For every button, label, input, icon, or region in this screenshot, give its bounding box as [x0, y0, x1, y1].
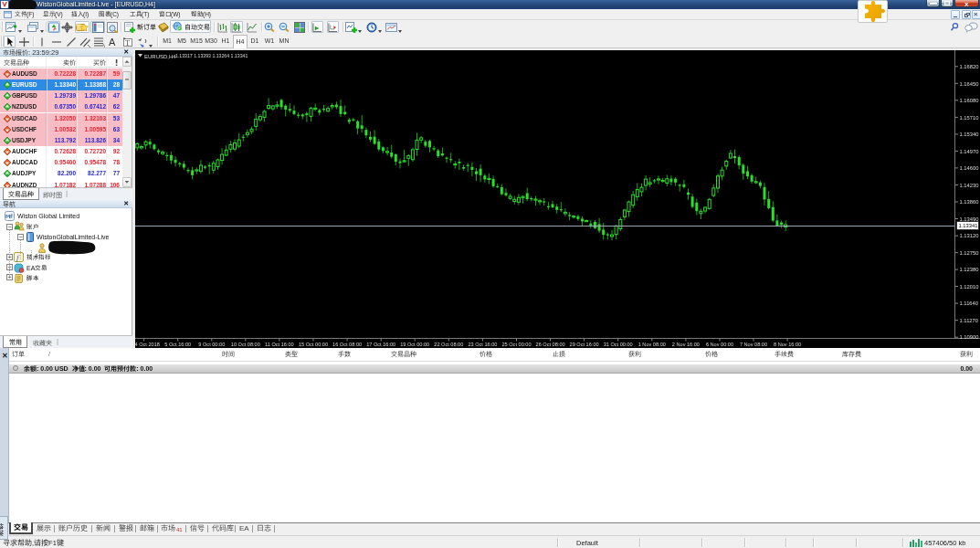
svg-text:1.14970: 1.14970 [960, 149, 979, 154]
svg-text:1.12380: 1.12380 [960, 267, 979, 272]
svg-text:29 Oct 16:00: 29 Oct 16:00 [570, 342, 599, 347]
svg-text:10 Oct 08:00: 10 Oct 08:00 [231, 342, 260, 347]
svg-text:31 Oct 00:00: 31 Oct 00:00 [604, 342, 633, 347]
svg-text:7 Nov 08:00: 7 Nov 08:00 [740, 342, 767, 347]
svg-text:1.14600: 1.14600 [960, 165, 979, 171]
svg-text:9 Oct 00:00: 9 Oct 00:00 [198, 342, 225, 347]
svg-text:1 Nov 08:00: 1 Nov 08:00 [638, 342, 666, 347]
svg-text:1.11640: 1.11640 [960, 300, 979, 306]
svg-text:1.12010: 1.12010 [960, 284, 979, 290]
svg-text:1.15340: 1.15340 [960, 132, 979, 137]
svg-text:16 Oct 08:00: 16 Oct 08:00 [332, 342, 362, 347]
svg-text:1.15710: 1.15710 [960, 115, 979, 121]
svg-text:5 Oct 16:00: 5 Oct 16:00 [164, 342, 191, 347]
svg-text:23 Oct 16:00: 23 Oct 16:00 [468, 342, 497, 347]
svg-text:1.13120: 1.13120 [960, 233, 979, 238]
svg-text:4 Oct 2018: 4 Oct 2018 [135, 342, 160, 347]
svg-text:1.13317 1.13393 1.13264 1.1334: 1.13317 1.13393 1.13264 1.13341 [175, 53, 248, 58]
svg-text:11 Oct 16:00: 11 Oct 16:00 [265, 342, 294, 347]
svg-text:22 Oct 08:00: 22 Oct 08:00 [434, 342, 463, 347]
svg-text:15 Oct 00:00: 15 Oct 00:00 [299, 342, 328, 347]
svg-text:EURUSD,H4: EURUSD,H4 [144, 54, 176, 59]
svg-text:2 Nov 16:00: 2 Nov 16:00 [672, 342, 700, 347]
svg-text:1.13490: 1.13490 [960, 216, 979, 222]
svg-text:6 Nov 00:00: 6 Nov 00:00 [706, 342, 733, 347]
svg-text:8 Nov 16:00: 8 Nov 16:00 [774, 342, 801, 347]
svg-text:1.11270: 1.11270 [960, 318, 979, 323]
svg-text:1.12750: 1.12750 [960, 250, 979, 256]
svg-text:1.13860: 1.13860 [960, 199, 979, 205]
svg-text:1.13341: 1.13341 [959, 223, 978, 228]
svg-text:25 Oct 00:00: 25 Oct 00:00 [501, 342, 531, 347]
svg-text:26 Oct 08:00: 26 Oct 08:00 [536, 342, 565, 347]
svg-text:T: T [125, 38, 130, 47]
svg-text:1.16080: 1.16080 [960, 98, 979, 103]
svg-text:17 Oct 16:00: 17 Oct 16:00 [366, 342, 395, 347]
svg-text:1.16450: 1.16450 [960, 81, 979, 87]
svg-text:19 Oct 00:00: 19 Oct 00:00 [400, 342, 429, 347]
svg-text:1.16820: 1.16820 [960, 64, 979, 69]
svg-text:1.14230: 1.14230 [960, 183, 979, 188]
svg-text:1.10900: 1.10900 [960, 334, 979, 340]
svg-text:A: A [109, 37, 116, 47]
